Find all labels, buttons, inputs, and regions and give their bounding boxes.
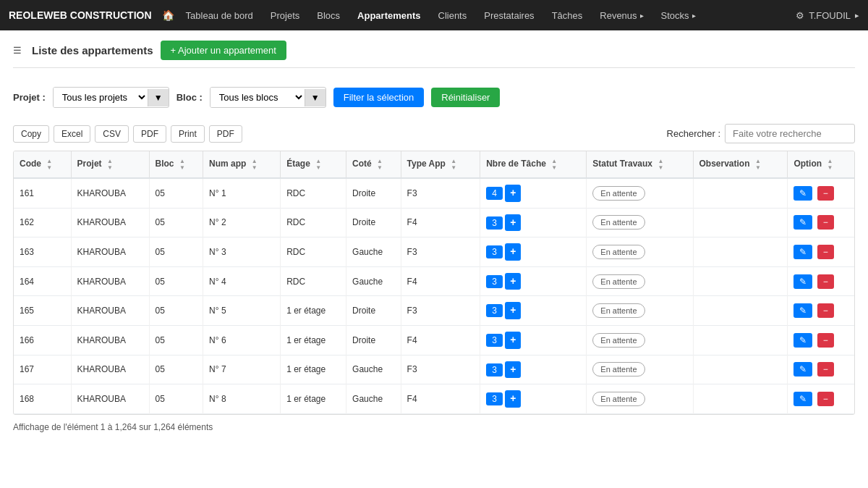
nav-item-prestataires[interactable]: Prestataires xyxy=(477,0,541,30)
cell-nbre-tache: 3 + xyxy=(480,237,587,267)
settings-icon[interactable]: ⚙ xyxy=(796,10,804,21)
bloc-select-dropdown-btn[interactable]: ▼ xyxy=(305,89,326,106)
col-code[interactable]: Code ▲▼ xyxy=(14,151,71,178)
add-tache-button[interactable]: + xyxy=(505,361,521,379)
csv-button[interactable]: CSV xyxy=(95,125,129,143)
col-type-app[interactable]: Type App ▲▼ xyxy=(401,151,480,178)
edit-button[interactable]: ✎ xyxy=(793,333,812,348)
cell-bloc: 05 xyxy=(149,384,203,414)
bloc-label: Bloc : xyxy=(176,92,203,103)
nav-item-appartements[interactable]: Appartements xyxy=(350,0,427,30)
pagination-info: Affichage de l'élément 1 à 1,264 sur 1,2… xyxy=(13,422,213,432)
search-input[interactable] xyxy=(725,124,855,143)
projet-select-wrap: Tous les projets ▼ xyxy=(53,87,169,108)
pdf-button-2[interactable]: PDF xyxy=(209,125,242,143)
col-num-app[interactable]: Num app ▲▼ xyxy=(203,151,281,178)
nbre-badge: 3 xyxy=(486,275,503,288)
edit-button[interactable]: ✎ xyxy=(793,274,812,289)
delete-button[interactable]: − xyxy=(817,245,834,259)
add-tache-button[interactable]: + xyxy=(505,273,521,290)
nav-item-taches[interactable]: Tâches xyxy=(545,0,590,30)
projet-sort-icon: ▲▼ xyxy=(107,158,113,171)
nav-item-blocs[interactable]: Blocs xyxy=(310,0,347,30)
nbre-badge: 3 xyxy=(486,334,503,347)
copy-button[interactable]: Copy xyxy=(13,125,49,143)
delete-button[interactable]: − xyxy=(817,333,834,348)
delete-button[interactable]: − xyxy=(817,392,834,406)
delete-button[interactable]: − xyxy=(817,303,834,318)
col-statut[interactable]: Statut Travaux ▲▼ xyxy=(587,151,693,178)
projet-select[interactable]: Tous les projets xyxy=(54,88,148,107)
nav-item-tableau[interactable]: Tableau de bord xyxy=(179,0,260,30)
cell-bloc: 05 xyxy=(149,266,203,296)
edit-button[interactable]: ✎ xyxy=(793,303,812,318)
col-option[interactable]: Option ▲▼ xyxy=(788,151,854,178)
table-header-row: Code ▲▼ Projet ▲▼ Bloc ▲▼ Num app ▲▼ xyxy=(14,151,854,178)
cell-cote: Gauche xyxy=(346,355,401,384)
table-row: 164 KHAROUBA 05 N° 4 RDC Gauche F4 3 + E… xyxy=(14,266,854,296)
cell-etage: 1 er étage xyxy=(281,325,346,355)
add-tache-button[interactable]: + xyxy=(505,185,521,202)
cell-statut: En attente xyxy=(587,384,693,414)
cell-bloc: 05 xyxy=(149,237,203,267)
cell-code: 167 xyxy=(14,355,71,384)
cell-option: ✎ − xyxy=(788,266,854,296)
cell-cote: Droite xyxy=(346,208,401,237)
cell-nbre-tache: 3 + xyxy=(480,355,587,384)
add-tache-button[interactable]: + xyxy=(505,243,521,261)
col-etage[interactable]: Étage ▲▼ xyxy=(281,151,346,178)
col-observation[interactable]: Observation ▲▼ xyxy=(693,151,788,178)
cell-bloc: 05 xyxy=(149,178,203,208)
cell-observation xyxy=(693,296,788,326)
cell-statut: En attente xyxy=(587,266,693,296)
nav-item-stocks[interactable]: Stocks ▸ xyxy=(654,0,703,30)
edit-button[interactable]: ✎ xyxy=(793,186,812,201)
cell-statut: En attente xyxy=(587,296,693,326)
nav-item-projets[interactable]: Projets xyxy=(263,0,307,30)
code-sort-icon: ▲▼ xyxy=(46,158,52,171)
col-bloc[interactable]: Bloc ▲▼ xyxy=(149,151,203,178)
table-row: 165 KHAROUBA 05 N° 5 1 er étage Droite F… xyxy=(14,296,854,326)
add-apartment-button[interactable]: + Ajouter un appartement xyxy=(161,41,286,60)
delete-button[interactable]: − xyxy=(817,215,834,230)
cell-projet: KHAROUBA xyxy=(71,384,149,414)
pdf-button-1[interactable]: PDF xyxy=(133,125,166,143)
search-label: Rechercher : xyxy=(667,128,720,139)
add-tache-button[interactable]: + xyxy=(505,332,521,349)
username-label[interactable]: T.FOUDIL xyxy=(809,10,851,21)
reset-button[interactable]: Réinitialiser xyxy=(431,88,500,107)
projet-select-dropdown-btn[interactable]: ▼ xyxy=(148,89,169,106)
filter-row: Projet : Tous les projets ▼ Bloc : Tous … xyxy=(13,80,855,115)
excel-button[interactable]: Excel xyxy=(54,125,90,143)
edit-button[interactable]: ✎ xyxy=(793,392,812,406)
cell-num-app: N° 3 xyxy=(203,237,281,267)
cell-statut: En attente xyxy=(587,237,693,267)
nav-item-revenus[interactable]: Revenus ▸ xyxy=(592,0,650,30)
add-tache-button[interactable]: + xyxy=(505,302,521,319)
cell-projet: KHAROUBA xyxy=(71,296,149,326)
col-projet[interactable]: Projet ▲▼ xyxy=(71,151,149,178)
delete-button[interactable]: − xyxy=(817,362,834,376)
edit-button[interactable]: ✎ xyxy=(793,245,812,259)
filter-button[interactable]: Filter la sélection xyxy=(333,88,425,107)
cell-projet: KHAROUBA xyxy=(71,355,149,384)
table-row: 167 KHAROUBA 05 N° 7 1 er étage Gauche F… xyxy=(14,355,854,384)
edit-button[interactable]: ✎ xyxy=(793,215,812,230)
search-wrap: Rechercher : xyxy=(667,124,855,143)
print-button[interactable]: Print xyxy=(171,125,205,143)
cell-type-app: F4 xyxy=(401,266,480,296)
edit-button[interactable]: ✎ xyxy=(793,362,812,376)
add-tache-button[interactable]: + xyxy=(505,214,521,232)
cell-num-app: N° 4 xyxy=(203,266,281,296)
nav-item-clients[interactable]: Clients xyxy=(431,0,475,30)
col-cote[interactable]: Coté ▲▼ xyxy=(346,151,401,178)
delete-button[interactable]: − xyxy=(817,186,834,201)
col-nbre-tache[interactable]: Nbre de Tâche ▲▼ xyxy=(480,151,587,178)
bloc-select[interactable]: Tous les blocs xyxy=(210,88,305,107)
obs-sort-icon: ▲▼ xyxy=(755,158,761,171)
delete-button[interactable]: − xyxy=(817,274,834,289)
bloc-select-wrap: Tous les blocs ▼ xyxy=(210,87,326,108)
add-tache-button[interactable]: + xyxy=(505,390,521,408)
nbre-badge: 3 xyxy=(486,216,503,230)
revenus-arrow-icon: ▸ xyxy=(640,12,644,20)
